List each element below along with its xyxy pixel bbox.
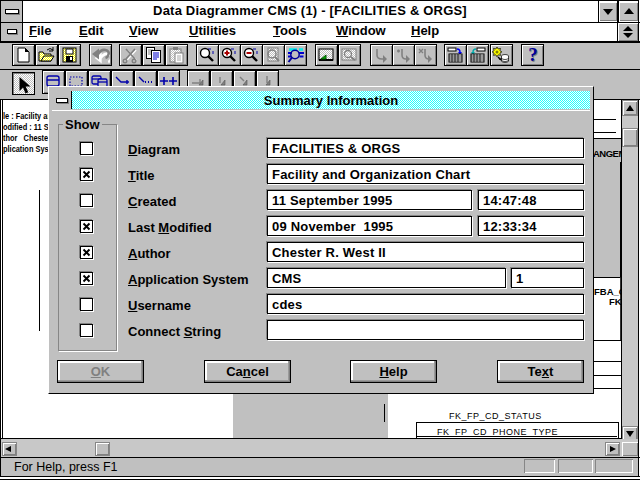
svg-text:?: ?: [528, 46, 538, 64]
